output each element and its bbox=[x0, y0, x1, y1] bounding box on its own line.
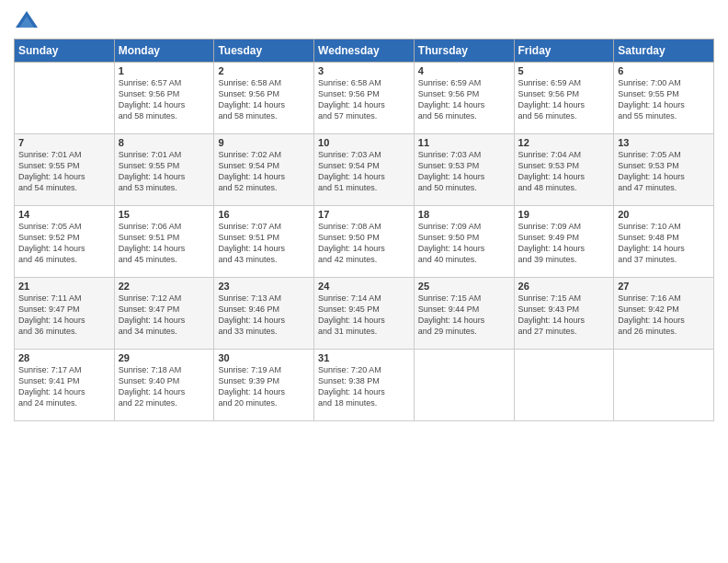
cell-content: Sunrise: 7:07 AM Sunset: 9:51 PM Dayligh… bbox=[218, 221, 310, 266]
calendar-cell: 5Sunrise: 6:59 AM Sunset: 9:56 PM Daylig… bbox=[514, 63, 614, 134]
day-header-sunday: Sunday bbox=[15, 40, 115, 63]
day-header-friday: Friday bbox=[514, 40, 614, 63]
day-number: 8 bbox=[119, 137, 210, 148]
cell-content: Sunrise: 7:15 AM Sunset: 9:43 PM Dayligh… bbox=[518, 293, 610, 338]
cell-content: Sunrise: 7:05 AM Sunset: 9:52 PM Dayligh… bbox=[18, 221, 110, 266]
calendar-cell: 8Sunrise: 7:01 AM Sunset: 9:55 PM Daylig… bbox=[114, 134, 214, 206]
cell-content: Sunrise: 7:10 AM Sunset: 9:48 PM Dayligh… bbox=[618, 221, 710, 266]
calendar-cell: 26Sunrise: 7:15 AM Sunset: 9:43 PM Dayli… bbox=[514, 278, 614, 350]
calendar-cell: 27Sunrise: 7:16 AM Sunset: 9:42 PM Dayli… bbox=[614, 278, 714, 350]
calendar-cell: 4Sunrise: 6:59 AM Sunset: 9:56 PM Daylig… bbox=[414, 63, 514, 134]
day-number: 6 bbox=[618, 65, 710, 76]
calendar-cell: 17Sunrise: 7:08 AM Sunset: 9:50 PM Dayli… bbox=[314, 206, 415, 278]
day-number: 25 bbox=[418, 281, 510, 292]
logo bbox=[14, 9, 43, 35]
cell-content: Sunrise: 7:06 AM Sunset: 9:51 PM Dayligh… bbox=[119, 221, 210, 266]
calendar-cell: 12Sunrise: 7:04 AM Sunset: 9:53 PM Dayli… bbox=[514, 134, 614, 206]
logo-icon bbox=[14, 9, 40, 35]
day-header-thursday: Thursday bbox=[414, 40, 514, 63]
cell-content: Sunrise: 7:15 AM Sunset: 9:44 PM Dayligh… bbox=[418, 293, 510, 338]
day-number: 22 bbox=[119, 281, 210, 292]
day-number: 17 bbox=[318, 209, 410, 220]
calendar-cell: 31Sunrise: 7:20 AM Sunset: 9:38 PM Dayli… bbox=[314, 350, 415, 421]
day-number: 31 bbox=[318, 352, 410, 363]
calendar-cell: 16Sunrise: 7:07 AM Sunset: 9:51 PM Dayli… bbox=[214, 206, 314, 278]
cell-content: Sunrise: 6:57 AM Sunset: 9:56 PM Dayligh… bbox=[119, 77, 210, 122]
calendar-cell: 19Sunrise: 7:09 AM Sunset: 9:49 PM Dayli… bbox=[514, 206, 614, 278]
calendar-cell bbox=[514, 350, 614, 421]
cell-content: Sunrise: 7:01 AM Sunset: 9:55 PM Dayligh… bbox=[119, 149, 210, 194]
calendar-cell: 14Sunrise: 7:05 AM Sunset: 9:52 PM Dayli… bbox=[15, 206, 115, 278]
day-number: 14 bbox=[18, 209, 110, 220]
calendar-cell: 24Sunrise: 7:14 AM Sunset: 9:45 PM Dayli… bbox=[314, 278, 415, 350]
week-row-5: 28Sunrise: 7:17 AM Sunset: 9:41 PM Dayli… bbox=[15, 350, 714, 421]
cell-content: Sunrise: 7:03 AM Sunset: 9:54 PM Dayligh… bbox=[318, 149, 410, 194]
day-number: 24 bbox=[318, 281, 410, 292]
day-header-wednesday: Wednesday bbox=[314, 40, 415, 63]
header-row: SundayMondayTuesdayWednesdayThursdayFrid… bbox=[15, 40, 714, 63]
calendar-cell: 2Sunrise: 6:58 AM Sunset: 9:56 PM Daylig… bbox=[214, 63, 314, 134]
day-number: 7 bbox=[18, 137, 110, 148]
week-row-3: 14Sunrise: 7:05 AM Sunset: 9:52 PM Dayli… bbox=[15, 206, 714, 278]
day-number: 18 bbox=[418, 209, 510, 220]
calendar-cell: 18Sunrise: 7:09 AM Sunset: 9:50 PM Dayli… bbox=[414, 206, 514, 278]
day-number: 23 bbox=[218, 281, 310, 292]
day-number: 11 bbox=[418, 137, 510, 148]
calendar-cell: 11Sunrise: 7:03 AM Sunset: 9:53 PM Dayli… bbox=[414, 134, 514, 206]
calendar-cell: 22Sunrise: 7:12 AM Sunset: 9:47 PM Dayli… bbox=[114, 278, 214, 350]
calendar-table: SundayMondayTuesdayWednesdayThursdayFrid… bbox=[14, 39, 714, 421]
day-number: 28 bbox=[18, 352, 110, 363]
cell-content: Sunrise: 7:05 AM Sunset: 9:53 PM Dayligh… bbox=[618, 149, 710, 194]
calendar-cell bbox=[15, 63, 115, 134]
cell-content: Sunrise: 7:01 AM Sunset: 9:55 PM Dayligh… bbox=[18, 149, 110, 194]
calendar-cell: 29Sunrise: 7:18 AM Sunset: 9:40 PM Dayli… bbox=[114, 350, 214, 421]
week-row-2: 7Sunrise: 7:01 AM Sunset: 9:55 PM Daylig… bbox=[15, 134, 714, 206]
calendar-cell bbox=[414, 350, 514, 421]
cell-content: Sunrise: 6:59 AM Sunset: 9:56 PM Dayligh… bbox=[418, 77, 510, 122]
cell-content: Sunrise: 6:59 AM Sunset: 9:56 PM Dayligh… bbox=[518, 77, 610, 122]
header bbox=[14, 9, 714, 35]
calendar-cell: 23Sunrise: 7:13 AM Sunset: 9:46 PM Dayli… bbox=[214, 278, 314, 350]
cell-content: Sunrise: 7:16 AM Sunset: 9:42 PM Dayligh… bbox=[618, 293, 710, 338]
calendar-cell: 20Sunrise: 7:10 AM Sunset: 9:48 PM Dayli… bbox=[614, 206, 714, 278]
cell-content: Sunrise: 7:02 AM Sunset: 9:54 PM Dayligh… bbox=[218, 149, 310, 194]
cell-content: Sunrise: 7:17 AM Sunset: 9:41 PM Dayligh… bbox=[18, 364, 110, 409]
calendar-cell: 7Sunrise: 7:01 AM Sunset: 9:55 PM Daylig… bbox=[15, 134, 115, 206]
cell-content: Sunrise: 7:08 AM Sunset: 9:50 PM Dayligh… bbox=[318, 221, 410, 266]
day-number: 26 bbox=[518, 281, 610, 292]
day-number: 21 bbox=[18, 281, 110, 292]
calendar-cell: 25Sunrise: 7:15 AM Sunset: 9:44 PM Dayli… bbox=[414, 278, 514, 350]
day-number: 16 bbox=[218, 209, 310, 220]
calendar-cell: 15Sunrise: 7:06 AM Sunset: 9:51 PM Dayli… bbox=[114, 206, 214, 278]
week-row-1: 1Sunrise: 6:57 AM Sunset: 9:56 PM Daylig… bbox=[15, 63, 714, 134]
calendar-cell: 1Sunrise: 6:57 AM Sunset: 9:56 PM Daylig… bbox=[114, 63, 214, 134]
day-number: 2 bbox=[218, 65, 310, 76]
day-number: 27 bbox=[618, 281, 710, 292]
cell-content: Sunrise: 7:09 AM Sunset: 9:49 PM Dayligh… bbox=[518, 221, 610, 266]
calendar-cell: 6Sunrise: 7:00 AM Sunset: 9:55 PM Daylig… bbox=[614, 63, 714, 134]
cell-content: Sunrise: 6:58 AM Sunset: 9:56 PM Dayligh… bbox=[318, 77, 410, 122]
calendar-cell: 10Sunrise: 7:03 AM Sunset: 9:54 PM Dayli… bbox=[314, 134, 415, 206]
cell-content: Sunrise: 7:20 AM Sunset: 9:38 PM Dayligh… bbox=[318, 364, 410, 409]
cell-content: Sunrise: 7:13 AM Sunset: 9:46 PM Dayligh… bbox=[218, 293, 310, 338]
cell-content: Sunrise: 7:04 AM Sunset: 9:53 PM Dayligh… bbox=[518, 149, 610, 194]
calendar-cell: 9Sunrise: 7:02 AM Sunset: 9:54 PM Daylig… bbox=[214, 134, 314, 206]
page: SundayMondayTuesdayWednesdayThursdayFrid… bbox=[0, 0, 728, 563]
day-number: 30 bbox=[218, 352, 310, 363]
cell-content: Sunrise: 6:58 AM Sunset: 9:56 PM Dayligh… bbox=[218, 77, 310, 122]
day-header-saturday: Saturday bbox=[614, 40, 714, 63]
calendar-cell: 28Sunrise: 7:17 AM Sunset: 9:41 PM Dayli… bbox=[15, 350, 115, 421]
day-number: 19 bbox=[518, 209, 610, 220]
calendar-cell: 30Sunrise: 7:19 AM Sunset: 9:39 PM Dayli… bbox=[214, 350, 314, 421]
cell-content: Sunrise: 7:11 AM Sunset: 9:47 PM Dayligh… bbox=[18, 293, 110, 338]
calendar-cell bbox=[614, 350, 714, 421]
day-number: 4 bbox=[418, 65, 510, 76]
cell-content: Sunrise: 7:00 AM Sunset: 9:55 PM Dayligh… bbox=[618, 77, 710, 122]
day-number: 10 bbox=[318, 137, 410, 148]
cell-content: Sunrise: 7:14 AM Sunset: 9:45 PM Dayligh… bbox=[318, 293, 410, 338]
cell-content: Sunrise: 7:12 AM Sunset: 9:47 PM Dayligh… bbox=[119, 293, 210, 338]
day-header-monday: Monday bbox=[114, 40, 214, 63]
cell-content: Sunrise: 7:18 AM Sunset: 9:40 PM Dayligh… bbox=[119, 364, 210, 409]
calendar-cell: 13Sunrise: 7:05 AM Sunset: 9:53 PM Dayli… bbox=[614, 134, 714, 206]
day-number: 29 bbox=[119, 352, 210, 363]
